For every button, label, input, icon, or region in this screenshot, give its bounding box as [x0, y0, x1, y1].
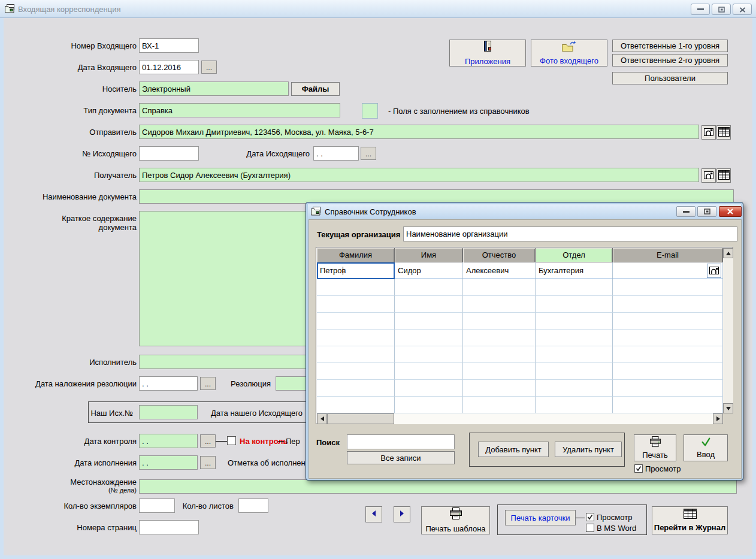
sender-directory-button[interactable]	[701, 125, 716, 140]
responsible-level2-button[interactable]: Ответственные 2-го уровня	[612, 54, 728, 67]
table-cell[interactable]	[463, 380, 536, 397]
table-cell[interactable]	[395, 330, 463, 346]
enter-button[interactable]: Ввод	[684, 434, 728, 461]
dialog-maximize-button[interactable]	[697, 206, 716, 217]
location-input[interactable]	[139, 479, 737, 494]
table-cell[interactable]	[613, 380, 723, 397]
table-row[interactable]	[317, 296, 723, 313]
table-row[interactable]	[317, 397, 723, 413]
table-cell[interactable]	[395, 346, 463, 363]
table-row[interactable]	[317, 363, 723, 380]
incoming-number-input[interactable]	[139, 38, 199, 53]
next-record-button[interactable]	[394, 506, 410, 522]
sheets-input[interactable]	[238, 498, 268, 513]
table-cell[interactable]	[536, 346, 613, 363]
table-cell[interactable]	[463, 363, 536, 380]
incoming-photo-button[interactable]: Фото входящего	[531, 40, 607, 67]
print-card-button[interactable]: Печать карточки	[505, 510, 576, 525]
attachments-button[interactable]: Приложения	[449, 40, 526, 67]
search-input[interactable]	[347, 434, 455, 449]
table-cell[interactable]	[395, 296, 463, 313]
table-cell[interactable]	[317, 330, 395, 346]
files-button[interactable]: Файлы	[291, 82, 340, 96]
table-cell[interactable]	[317, 363, 395, 380]
column-header-1[interactable]: Имя	[395, 248, 463, 262]
table-cell[interactable]	[613, 363, 723, 380]
column-header-4[interactable]: E-mail	[613, 248, 723, 262]
table-cell[interactable]	[463, 313, 536, 330]
incoming-date-picker-button[interactable]: ...	[201, 61, 217, 74]
table-cell[interactable]	[536, 380, 613, 397]
table-row[interactable]	[317, 313, 723, 330]
minimize-button[interactable]	[691, 4, 710, 15]
preview-checkbox[interactable]	[586, 513, 594, 521]
table-cell[interactable]	[395, 397, 463, 413]
vertical-scrollbar[interactable]	[723, 248, 733, 413]
incoming-date-input[interactable]	[139, 60, 199, 74]
table-cell[interactable]	[463, 330, 536, 346]
column-header-2[interactable]: Отчество	[463, 248, 536, 262]
table-row[interactable]	[317, 380, 723, 397]
table-cell[interactable]	[536, 313, 613, 330]
table-cell[interactable]	[317, 380, 395, 397]
table-cell[interactable]	[317, 279, 395, 296]
doc-type-input[interactable]	[139, 103, 340, 117]
dialog-minimize-button[interactable]	[676, 206, 695, 217]
control-date-input[interactable]	[139, 434, 198, 448]
table-cell[interactable]	[463, 346, 536, 363]
table-cell[interactable]	[395, 363, 463, 380]
table-cell[interactable]: Алексеевич	[463, 262, 536, 279]
dialog-titlebar[interactable]: Справочник Сотрудников	[308, 204, 741, 219]
table-cell[interactable]	[536, 296, 613, 313]
current-org-input[interactable]	[403, 226, 737, 241]
table-cell[interactable]	[536, 279, 613, 296]
table-cell[interactable]	[613, 397, 723, 413]
sender-table-button[interactable]	[716, 125, 731, 140]
recipient-directory-button[interactable]	[701, 168, 716, 183]
execution-date-picker-button[interactable]: ...	[200, 456, 216, 469]
sender-input[interactable]	[139, 125, 699, 139]
print-button[interactable]: Печать	[634, 434, 676, 461]
table-cell[interactable]: Сидор	[395, 262, 463, 279]
previous-record-button[interactable]	[365, 506, 382, 522]
carrier-input[interactable]	[139, 81, 289, 96]
table-cell[interactable]	[613, 346, 723, 363]
table-cell[interactable]	[395, 380, 463, 397]
scrollbar-thumb[interactable]	[327, 413, 394, 424]
dialog-close-button[interactable]	[719, 206, 742, 217]
outgoing-date-picker-button[interactable]: ...	[361, 147, 376, 160]
table-cell[interactable]	[317, 346, 395, 363]
table-cell[interactable]	[613, 279, 723, 296]
table-cell[interactable]	[536, 363, 613, 380]
horizontal-scrollbar[interactable]	[317, 413, 723, 424]
table-cell[interactable]: Бухгалтерия	[536, 262, 613, 279]
column-header-3[interactable]: Отдел	[536, 248, 613, 262]
table-cell[interactable]	[613, 296, 723, 313]
scroll-up-button[interactable]	[723, 248, 733, 258]
our-number-input[interactable]	[139, 405, 198, 419]
table-cell[interactable]	[395, 313, 463, 330]
scroll-down-button[interactable]	[723, 403, 733, 413]
email-directory-button[interactable]	[707, 264, 721, 278]
table-cell[interactable]	[463, 279, 536, 296]
pages-input[interactable]	[139, 520, 199, 534]
table-cell[interactable]	[463, 397, 536, 413]
resolution-date-input[interactable]	[139, 376, 198, 391]
table-row[interactable]	[317, 330, 723, 346]
table-cell[interactable]	[536, 330, 613, 346]
users-button[interactable]: Пользователи	[612, 72, 728, 84]
table-cell[interactable]	[613, 330, 723, 346]
responsible-level1-button[interactable]: Ответственные 1-го уровня	[612, 40, 728, 52]
recipient-input[interactable]	[139, 168, 699, 182]
column-header-0[interactable]: Фамилия	[317, 248, 395, 262]
scroll-left-button[interactable]	[317, 413, 327, 424]
all-records-button[interactable]: Все записи	[347, 451, 455, 464]
control-date-picker-button[interactable]: ...	[200, 434, 216, 448]
table-cell[interactable]	[395, 279, 463, 296]
msword-checkbox[interactable]	[586, 524, 594, 532]
table-cell[interactable]	[317, 397, 395, 413]
outgoing-number-input[interactable]	[139, 146, 199, 161]
copies-input[interactable]	[139, 498, 175, 513]
goto-journal-button[interactable]: Перейти в Журнал	[652, 506, 728, 534]
delete-item-button[interactable]: Удалить пункт	[555, 442, 622, 457]
